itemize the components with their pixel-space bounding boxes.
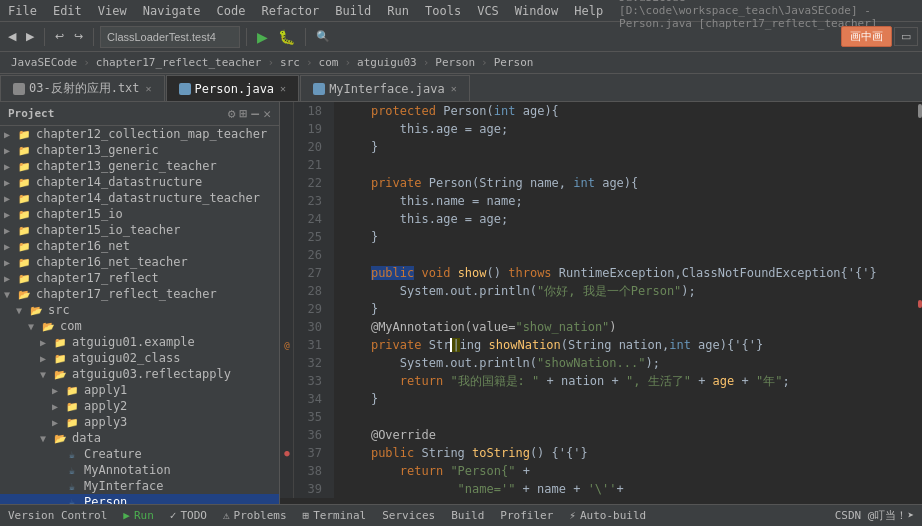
menu-build[interactable]: Build [327, 4, 379, 18]
string-person: "Person{" [450, 464, 515, 478]
menu-code[interactable]: Code [209, 4, 254, 18]
sidebar-item-chapter16n[interactable]: ▶ 📁 chapter16_net [0, 238, 279, 254]
sidebar-header-icons: ⚙ ⊞ — ✕ [228, 106, 271, 121]
menu-file[interactable]: File [0, 4, 45, 18]
keyword-return: return [400, 374, 443, 388]
sidebar-item-chapter17r[interactable]: ▶ 📁 chapter17_reflect [0, 270, 279, 286]
sidebar-item-com[interactable]: ▼ 📂 com [0, 318, 279, 334]
arrow-icon: ▶ [4, 257, 16, 268]
breadcrumb-item-0[interactable]: JavaSECode [8, 56, 80, 69]
forward-button[interactable]: ▶ [22, 28, 38, 45]
arrow-icon: ▶ [4, 225, 16, 236]
search-button[interactable]: 🔍 [312, 28, 334, 45]
status-todo[interactable]: ✓ TODO [170, 509, 207, 522]
menu-window[interactable]: Window [507, 4, 566, 18]
sidebar-item-atguigu03[interactable]: ▼ 📂 atguigu03.reflectapply [0, 366, 279, 382]
tree-item-label: Person [84, 495, 127, 504]
tree-item-label: atguigu03.reflectapply [72, 367, 231, 381]
tree-item-label: Creature [84, 447, 142, 461]
breadcrumb-item-3[interactable]: com [316, 56, 342, 69]
tab-0-close[interactable]: ✕ [146, 83, 152, 94]
sidebar-item-chapter17rt[interactable]: ▼ 📂 chapter17_reflect_teacher [0, 286, 279, 302]
gutter-19 [280, 120, 294, 138]
breadcrumb-sep-3: › [341, 56, 354, 69]
code-line-30: @MyAnnotation(value="show_nation") [342, 318, 916, 336]
sidebar-item-chapter15iot[interactable]: ▶ 📁 chapter15_io_teacher [0, 222, 279, 238]
menu-help[interactable]: Help [566, 4, 611, 18]
sidebar-item-creature[interactable]: ▶ ☕ Creature [0, 446, 279, 462]
ln-24: 24 [294, 210, 326, 228]
sidebar-item-chapter12[interactable]: ▶ 📁 chapter12_collection_map_teacher [0, 126, 279, 142]
menu-vcs[interactable]: VCS [469, 4, 507, 18]
status-services[interactable]: Services [382, 509, 435, 522]
gutter-32 [280, 354, 294, 372]
status-version-control[interactable]: Version Control [8, 509, 107, 522]
sidebar-icon-expand[interactable]: ⊞ [240, 106, 248, 121]
ln-35: 35 [294, 408, 326, 426]
sidebar-item-myinterface[interactable]: ▶ ☕ MyInterface [0, 478, 279, 494]
string-year: "年" [756, 374, 782, 388]
status-autobuild[interactable]: ⚡ Auto-build [569, 509, 646, 522]
sidebar-item-chapter16nt[interactable]: ▶ 📁 chapter16_net_teacher [0, 254, 279, 270]
tree-item-label: chapter15_io_teacher [36, 223, 181, 237]
sidebar-item-atguigu02[interactable]: ▶ 📁 atguigu02_class [0, 350, 279, 366]
tree-item-label: apply2 [84, 399, 127, 413]
breakpoint-marker [918, 300, 922, 308]
menu-refactor[interactable]: Refactor [253, 4, 327, 18]
status-build[interactable]: Build [451, 509, 484, 522]
menu-view[interactable]: View [90, 4, 135, 18]
code-editor[interactable]: @ ● 18 19 20 21 22 23 24 25 26 27 [280, 102, 922, 504]
sidebar-item-myannotation[interactable]: ▶ ☕ MyAnnotation [0, 462, 279, 478]
status-run[interactable]: ▶ Run [123, 509, 154, 522]
tab-0[interactable]: 03-反射的应用.txt ✕ [0, 75, 165, 101]
sidebar-item-apply3[interactable]: ▶ 📁 apply3 [0, 414, 279, 430]
tab-1[interactable]: Person.java ✕ [166, 75, 300, 101]
sidebar-icon-collapse[interactable]: — [251, 106, 259, 121]
this3: this [400, 212, 429, 226]
sidebar-icon-close[interactable]: ✕ [263, 106, 271, 121]
sidebar-item-atguigu01[interactable]: ▶ 📁 atguigu01.example [0, 334, 279, 350]
run-button[interactable]: ▶ [253, 27, 272, 47]
folder-icon: 📁 [16, 191, 32, 205]
sidebar-item-src[interactable]: ▼ 📂 src [0, 302, 279, 318]
gutter-18 [280, 102, 294, 120]
menu-edit[interactable]: Edit [45, 4, 90, 18]
debug-button[interactable]: 🐛 [274, 27, 299, 47]
arrow-icon: ▶ [40, 353, 52, 364]
sidebar-icon-settings[interactable]: ⚙ [228, 106, 236, 121]
status-profiler[interactable]: Profiler [500, 509, 553, 522]
redo-button[interactable]: ↪ [70, 28, 87, 45]
code-line-37: public String toString() {'{'} [342, 444, 916, 462]
sidebar-item-chapter14dt[interactable]: ▶ 📁 chapter14_datastructure_teacher [0, 190, 279, 206]
menu-navigate[interactable]: Navigate [135, 4, 209, 18]
status-problems[interactable]: ⚠ Problems [223, 509, 287, 522]
back-button[interactable]: ◀ [4, 28, 20, 45]
tab-2[interactable]: MyInterface.java ✕ [300, 75, 470, 101]
translate-button[interactable]: 画中画 [841, 26, 892, 47]
gutter-21 [280, 156, 294, 174]
sidebar-item-chapter13gt[interactable]: ▶ 📁 chapter13_generic_teacher [0, 158, 279, 174]
tab-2-close[interactable]: ✕ [451, 83, 457, 94]
sidebar-item-chapter14d[interactable]: ▶ 📁 chapter14_datastructure [0, 174, 279, 190]
arrow-icon: ▶ [4, 241, 16, 252]
arrow-icon: ▼ [28, 321, 40, 332]
pip-button[interactable]: ▭ [894, 27, 918, 46]
breadcrumb-item-4[interactable]: atguigu03 [354, 56, 420, 69]
run-config-input[interactable] [100, 26, 240, 48]
tab-1-close[interactable]: ✕ [280, 83, 286, 94]
statusbar-right: CSDN @叮当！➤ [835, 508, 914, 523]
breadcrumb-item-6[interactable]: Person [491, 56, 537, 69]
status-terminal[interactable]: ⊞ Terminal [303, 509, 367, 522]
sidebar-item-person[interactable]: ▶ ☕ Person [0, 494, 279, 504]
menu-tools[interactable]: Tools [417, 4, 469, 18]
sidebar-item-apply1[interactable]: ▶ 📁 apply1 [0, 382, 279, 398]
menu-run[interactable]: Run [379, 4, 417, 18]
breadcrumb-item-2[interactable]: src [277, 56, 303, 69]
breadcrumb-item-1[interactable]: chapter17_reflect_teacher [93, 56, 265, 69]
sidebar-item-chapter13g[interactable]: ▶ 📁 chapter13_generic [0, 142, 279, 158]
breadcrumb-item-5[interactable]: Person [432, 56, 478, 69]
sidebar-item-chapter15io[interactable]: ▶ 📁 chapter15_io [0, 206, 279, 222]
sidebar-item-data[interactable]: ▼ 📂 data [0, 430, 279, 446]
undo-button[interactable]: ↩ [51, 28, 68, 45]
sidebar-item-apply2[interactable]: ▶ 📁 apply2 [0, 398, 279, 414]
